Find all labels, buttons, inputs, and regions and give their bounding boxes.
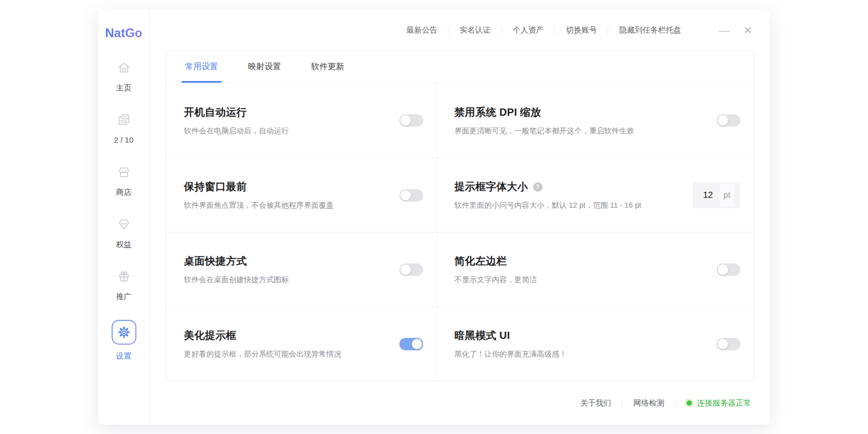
disable-dpi-toggle[interactable] bbox=[717, 114, 740, 127]
sidebar: NatGo 主页 bbox=[98, 9, 150, 425]
divider bbox=[675, 399, 676, 407]
settings-card: 常用设置 映射设置 软件更新 开机自动运行 软件会在电脑启动后，自动运行 禁用系… bbox=[166, 51, 754, 381]
gift-icon bbox=[117, 268, 131, 285]
font-size-input[interactable] bbox=[699, 190, 717, 200]
home-icon bbox=[117, 59, 131, 76]
setting-disable-dpi-scaling: 禁用系统 DPI 缩放 界面更清晰可见，一般笔记本都开这个，重启软件生效 bbox=[437, 83, 754, 158]
setting-desc: 软件会在电脑启动后，自动运行 bbox=[184, 126, 391, 136]
font-size-unit: pt bbox=[720, 184, 734, 207]
setting-desc: 软件会在桌面创建快捷方式图标 bbox=[184, 275, 391, 285]
sidebar-item-home[interactable]: 主页 bbox=[116, 59, 132, 111]
tab-mapping-settings[interactable]: 映射设置 bbox=[248, 61, 281, 83]
setting-dark-mode: 暗黑模式 UI 黑化了！让你的界面充满高级感！ bbox=[437, 306, 754, 381]
sidebar-nav: 主页 2 / 10 bbox=[112, 59, 136, 372]
setting-desc: 界面更清晰可见，一般笔记本都开这个，重启软件生效 bbox=[455, 126, 708, 136]
setting-text: 开机自动运行 软件会在电脑启动后，自动运行 bbox=[184, 105, 399, 136]
app-logo: NatGo bbox=[105, 26, 143, 40]
server-status-label: 连接服务器正常 bbox=[697, 398, 751, 408]
menu-switch-account[interactable]: 切换账号 bbox=[566, 25, 597, 35]
divider bbox=[608, 26, 608, 34]
setting-title-text: 提示框字体大小 bbox=[455, 180, 528, 194]
setting-desktop-shortcut: 桌面快捷方式 软件会在桌面创建快捷方式图标 bbox=[166, 232, 437, 306]
divider bbox=[501, 26, 502, 34]
server-status: 连接服务器正常 bbox=[687, 398, 751, 408]
setting-text: 保持窗口最前 软件界面焦点置顶，不会被其他程序界面覆盖 bbox=[184, 180, 399, 210]
setting-text: 简化左边栏 不显示文字内容，更简洁 bbox=[455, 254, 717, 285]
app-window: NatGo 主页 bbox=[98, 9, 770, 425]
divider bbox=[448, 26, 448, 34]
divider bbox=[554, 26, 555, 34]
network-check-link[interactable]: 网络检测 bbox=[633, 398, 664, 408]
setting-auto-start: 开机自动运行 软件会在电脑启动后，自动运行 bbox=[166, 83, 437, 158]
sidebar-item-store[interactable]: 商店 bbox=[116, 163, 132, 215]
setting-desc: 不显示文字内容，更简洁 bbox=[455, 275, 708, 285]
diamond-icon bbox=[117, 215, 131, 233]
dark-mode-toggle[interactable] bbox=[717, 338, 740, 350]
sidebar-item-promotion[interactable]: 推广 bbox=[116, 268, 132, 320]
footer-bar: 关于我们 网络检测 连接服务器正常 bbox=[150, 381, 770, 425]
desktop-shortcut-toggle[interactable] bbox=[399, 264, 423, 276]
help-icon[interactable]: ? bbox=[533, 182, 542, 192]
setting-title: 简化左边栏 bbox=[455, 254, 708, 268]
close-icon[interactable]: ✕ bbox=[743, 25, 752, 36]
setting-title: 美化提示框 bbox=[184, 329, 391, 343]
store-icon bbox=[117, 163, 131, 181]
sidebar-item-settings[interactable]: 设置 bbox=[112, 320, 136, 372]
settings-active-frame bbox=[112, 320, 136, 345]
setting-tooltip-font-size: 提示框字体大小 ? 软件里面的小问号内容大小，默认 12 pt，范围 11 - … bbox=[437, 158, 754, 232]
setting-text: 暗黑模式 UI 黑化了！让你的界面充满高级感！ bbox=[455, 329, 717, 359]
menu-real-name-verification[interactable]: 实名认证 bbox=[459, 25, 490, 35]
minimize-icon[interactable]: — bbox=[719, 25, 730, 36]
setting-text: 提示框字体大小 ? 软件里面的小问号内容大小，默认 12 pt，范围 11 - … bbox=[455, 180, 693, 210]
setting-simplified-sidebar: 简化左边栏 不显示文字内容，更简洁 bbox=[437, 232, 754, 306]
settings-grid: 开机自动运行 软件会在电脑启动后，自动运行 禁用系统 DPI 缩放 界面更清晰可… bbox=[166, 83, 754, 381]
setting-text: 美化提示框 更好看的提示框，部分系统可能会出现异常情况 bbox=[184, 329, 399, 359]
sidebar-item-label: 商店 bbox=[116, 188, 132, 197]
tab-software-update[interactable]: 软件更新 bbox=[311, 61, 344, 83]
setting-desc: 黑化了！让你的界面充满高级感！ bbox=[455, 349, 708, 359]
setting-title: 开机自动运行 bbox=[184, 105, 391, 119]
setting-title: 桌面快捷方式 bbox=[184, 254, 391, 268]
sidebar-item-label: 设置 bbox=[116, 351, 132, 361]
simplified-sidebar-toggle[interactable] bbox=[717, 264, 740, 276]
sidebar-item-benefits[interactable]: 权益 bbox=[116, 215, 132, 268]
setting-text: 禁用系统 DPI 缩放 界面更清晰可见，一般笔记本都开这个，重启软件生效 bbox=[455, 105, 717, 136]
setting-text: 桌面快捷方式 软件会在桌面创建快捷方式图标 bbox=[184, 254, 399, 285]
sidebar-item-label: 主页 bbox=[116, 83, 132, 93]
setting-keep-window-on-top: 保持窗口最前 软件界面焦点置顶，不会被其他程序界面覆盖 bbox=[166, 158, 437, 232]
auto-start-toggle[interactable] bbox=[399, 114, 423, 127]
menu-personal-assets[interactable]: 个人资产 bbox=[513, 25, 544, 35]
sidebar-item-label: 推广 bbox=[116, 292, 132, 302]
window-controls: — ✕ bbox=[705, 25, 752, 36]
sidebar-item-label: 权益 bbox=[116, 240, 132, 250]
sidebar-item-label: 2 / 10 bbox=[114, 135, 134, 144]
setting-title: 暗黑模式 UI bbox=[455, 329, 708, 343]
tab-general-settings[interactable]: 常用设置 bbox=[185, 61, 218, 83]
setting-beautified-tooltip: 美化提示框 更好看的提示框，部分系统可能会出现异常情况 bbox=[166, 306, 437, 381]
status-dot-icon bbox=[687, 400, 692, 406]
setting-title: 提示框字体大小 ? bbox=[455, 180, 685, 194]
beautified-tooltip-toggle[interactable] bbox=[399, 338, 423, 350]
keep-on-top-toggle[interactable] bbox=[399, 189, 423, 202]
tunnel-icon bbox=[117, 111, 131, 129]
font-size-input-box: pt bbox=[693, 182, 740, 208]
setting-title: 禁用系统 DPI 缩放 bbox=[455, 105, 708, 119]
about-us-link[interactable]: 关于我们 bbox=[580, 398, 611, 408]
top-menu-bar: 最新公告 实名认证 个人资产 切换账号 隐藏到任务栏托盘 — ✕ bbox=[150, 9, 770, 51]
sidebar-item-tunnels[interactable]: 2 / 10 bbox=[114, 111, 134, 163]
menu-announcements[interactable]: 最新公告 bbox=[406, 25, 437, 35]
main-area: 最新公告 实名认证 个人资产 切换账号 隐藏到任务栏托盘 — ✕ 常用设置 映射… bbox=[150, 9, 770, 425]
settings-tabs: 常用设置 映射设置 软件更新 bbox=[166, 51, 754, 83]
setting-desc: 软件界面焦点置顶，不会被其他程序界面覆盖 bbox=[184, 200, 391, 210]
setting-title: 保持窗口最前 bbox=[184, 180, 391, 194]
gear-icon bbox=[113, 321, 135, 344]
menu-hide-to-tray[interactable]: 隐藏到任务栏托盘 bbox=[619, 25, 681, 35]
setting-desc: 软件里面的小问号内容大小，默认 12 pt，范围 11 - 16 pt bbox=[455, 200, 685, 210]
setting-desc: 更好看的提示框，部分系统可能会出现异常情况 bbox=[184, 349, 391, 359]
divider bbox=[622, 399, 623, 407]
